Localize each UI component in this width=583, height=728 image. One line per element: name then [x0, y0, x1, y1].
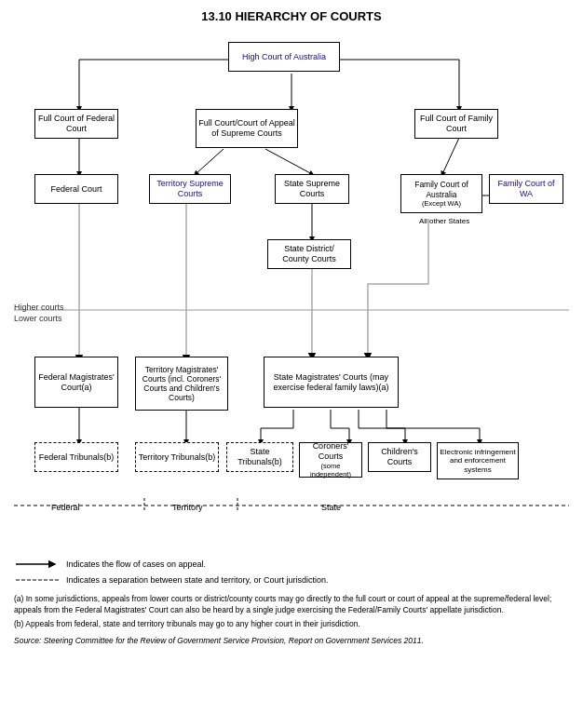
- state-label: State: [321, 503, 341, 512]
- family-court-wa-box: Family Court of WA: [489, 174, 563, 204]
- territory-magistrates-box: Territory Magistrates' Courts (incl. Cor…: [135, 357, 228, 411]
- full-court-appeal-box: Full Court/Court of Appeal of Supreme Co…: [196, 109, 298, 148]
- all-other-states-label: All other States: [403, 217, 485, 226]
- lower-courts-label: Lower courts: [14, 314, 62, 323]
- high-court-box: High Court of Australia: [228, 42, 340, 72]
- hierarchy-diagram: High Court of Australia Full Court of Fe…: [14, 33, 569, 554]
- childrens-courts-box: Children's Courts: [368, 442, 431, 472]
- solid-arrow-legend-label: Indicates the flow of cases on appeal.: [66, 559, 206, 569]
- electronic-box: Electronic infringement and enforcement …: [437, 442, 519, 479]
- state-tribunals-box: State Tribunals(b): [226, 442, 293, 472]
- page-title: 13.10 HIERARCHY OF COURTS: [14, 9, 569, 23]
- federal-court-box: Federal Court: [34, 174, 118, 204]
- dashed-line-legend-label: Indicates a separation between state and…: [66, 575, 328, 585]
- federal-label: Federal: [51, 503, 80, 512]
- state-magistrates-box: State Magistrates' Courts (may exercise …: [264, 357, 399, 408]
- svg-line-5: [442, 138, 459, 174]
- family-court-aus-box: Family Court of Australia (Except WA): [400, 174, 482, 213]
- legend: Indicates the flow of cases on appeal. I…: [14, 558, 569, 586]
- state-district-box: State District/ County Courts: [267, 239, 351, 269]
- federal-tribunals-box: Federal Tribunals(b): [34, 442, 118, 472]
- footnotes: (a) In some jurisdictions, appeals from …: [14, 594, 569, 630]
- state-supreme-box: State Supreme Courts: [275, 174, 349, 204]
- federal-magistrates-box: Federal Magistrates' Court(a): [34, 357, 118, 408]
- source-line: Source: Steering Committee for the Revie…: [14, 636, 569, 645]
- coroners-courts-box: Coroners' Courts (some independent): [299, 442, 362, 478]
- territory-label: Territory: [172, 503, 203, 512]
- svg-line-4: [265, 149, 312, 174]
- full-federal-box: Full Court of Federal Court: [34, 109, 118, 139]
- svg-line-3: [196, 149, 224, 174]
- full-family-box: Full Court of Family Court: [414, 109, 498, 139]
- territory-tribunals-box: Territory Tribunals(b): [135, 442, 219, 472]
- territory-supreme-box: Territory Supreme Courts: [149, 174, 231, 204]
- higher-courts-label: Higher courts: [14, 303, 64, 312]
